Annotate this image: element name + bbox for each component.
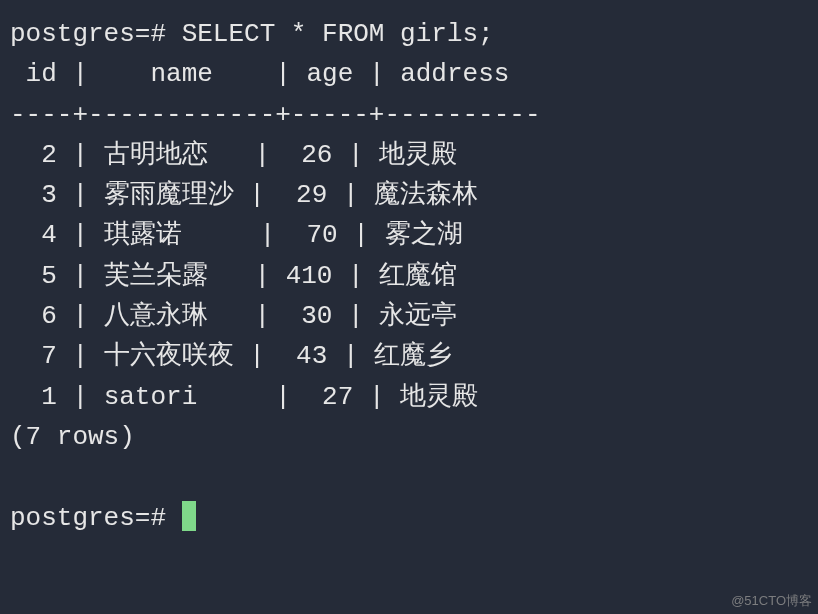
table-separator: ----+------------+-----+---------- [10,100,541,130]
sql-query: SELECT * FROM girls; [182,19,494,49]
table-row: 1 | satori | 27 | 地灵殿 [10,382,478,412]
watermark-text: @51CTO博客 [731,592,812,610]
table-row: 3 | 雾雨魔理沙 | 29 | 魔法森林 [10,180,478,210]
cursor-icon[interactable] [182,501,196,531]
table-row: 2 | 古明地恋 | 26 | 地灵殿 [10,140,457,170]
sql-prompt: postgres=# [10,19,166,49]
table-row: 6 | 八意永琳 | 30 | 永远亭 [10,301,457,331]
table-row: 7 | 十六夜咲夜 | 43 | 红魔乡 [10,341,452,371]
col-header-age: age [307,59,354,89]
table-row: 4 | 琪露诺 | 70 | 雾之湖 [10,220,463,250]
col-header-address: address [400,59,509,89]
col-header-name: name [150,59,212,89]
row-count: (7 rows) [10,422,135,452]
table-row: 5 | 芙兰朵露 | 410 | 红魔馆 [10,261,457,291]
sql-prompt: postgres=# [10,503,166,533]
terminal-output: postgres=# SELECT * FROM girls; id | nam… [0,0,818,552]
col-header-id: id [26,59,57,89]
